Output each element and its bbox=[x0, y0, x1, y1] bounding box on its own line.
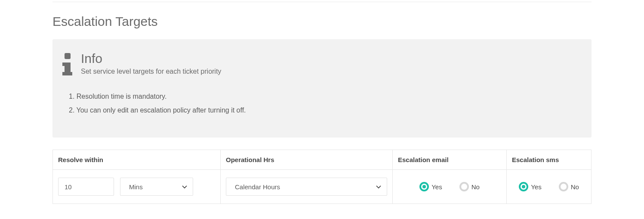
info-subtitle: Set service level targets for each ticke… bbox=[81, 68, 221, 75]
info-title: Info bbox=[81, 52, 221, 65]
table-row: Mins Calendar Hours bbox=[53, 170, 591, 203]
section-title: Escalation Targets bbox=[52, 14, 592, 29]
email-yes-label: Yes bbox=[431, 183, 442, 191]
radio-selected-icon bbox=[519, 182, 528, 191]
targets-table: Resolve within Operational Hrs Escalatio… bbox=[52, 150, 592, 204]
svg-rect-0 bbox=[65, 53, 71, 59]
radio-unselected-icon bbox=[459, 182, 469, 191]
info-list-item: 2. You can only edit an escalation polic… bbox=[69, 106, 583, 114]
sms-radio-group: Yes No bbox=[512, 182, 586, 191]
col-header-email: Escalation email bbox=[393, 150, 507, 169]
info-list: 1. Resolution time is mandatory. 2. You … bbox=[61, 93, 583, 114]
sms-no-label: No bbox=[571, 183, 579, 191]
email-yes-radio[interactable]: Yes bbox=[419, 182, 442, 191]
top-divider bbox=[52, 2, 592, 2]
sms-yes-radio[interactable]: Yes bbox=[519, 182, 541, 191]
resolve-unit-select[interactable]: Mins bbox=[120, 178, 193, 196]
info-icon bbox=[61, 53, 73, 77]
col-header-resolve: Resolve within bbox=[53, 150, 221, 169]
resolve-value-input[interactable] bbox=[58, 178, 114, 196]
info-list-item: 1. Resolution time is mandatory. bbox=[69, 93, 583, 100]
email-no-radio[interactable]: No bbox=[459, 182, 480, 191]
info-box: Info Set service level targets for each … bbox=[52, 39, 592, 138]
col-header-sms: Escalation sms bbox=[507, 150, 591, 169]
col-header-hrs: Operational Hrs bbox=[221, 150, 393, 169]
email-radio-group: Yes No bbox=[398, 182, 501, 191]
radio-selected-icon bbox=[419, 182, 429, 191]
table-header-row: Resolve within Operational Hrs Escalatio… bbox=[53, 150, 591, 170]
operational-hrs-select[interactable]: Calendar Hours bbox=[226, 178, 387, 196]
radio-unselected-icon bbox=[559, 182, 568, 191]
sms-yes-label: Yes bbox=[531, 183, 541, 191]
sms-no-radio[interactable]: No bbox=[559, 182, 579, 191]
email-no-label: No bbox=[471, 183, 480, 191]
